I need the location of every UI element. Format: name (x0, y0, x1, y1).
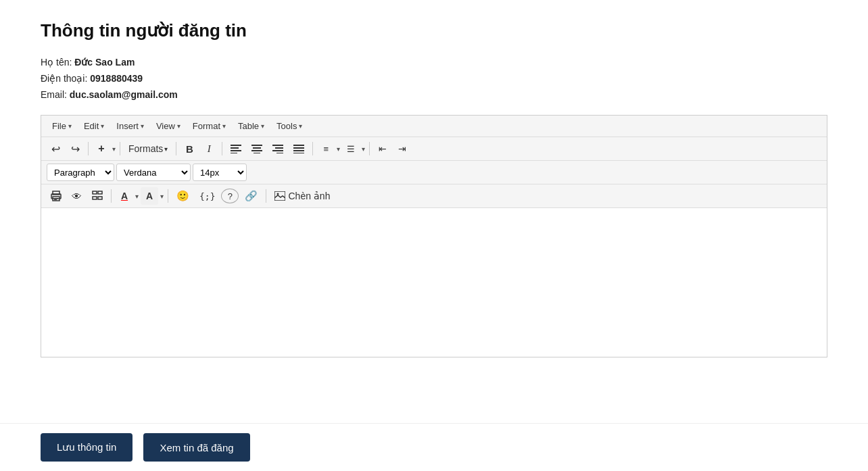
ordered-list-arrow-icon: ▾ (362, 145, 365, 153)
editor-container: File ▾ Edit ▾ Insert ▾ View ▾ Format ▾ (41, 115, 827, 357)
table-arrow-icon: ▾ (261, 122, 264, 130)
italic-button[interactable]: I (200, 140, 218, 157)
name-value: Đức Sao Lam (74, 57, 135, 68)
align-right-icon (272, 144, 283, 153)
align-center-icon (251, 144, 262, 153)
name-label: Họ tên: (41, 57, 72, 68)
unordered-list-button[interactable]: ≡ (317, 140, 335, 157)
menu-view[interactable]: View ▾ (151, 118, 186, 134)
svg-rect-22 (98, 191, 102, 194)
view-arrow-icon: ▾ (177, 122, 180, 130)
preview-button[interactable]: 👁 (68, 187, 86, 205)
print-button[interactable] (47, 187, 66, 205)
indent-button[interactable]: ⇥ (393, 140, 411, 157)
content-area: Thông tin người đăng tin Họ tên: Đức Sao… (0, 0, 868, 423)
toolbar-row-1: ↩ ↪ + ▾ Formats ▾ B I (41, 137, 827, 161)
font-select[interactable]: Verdana (116, 164, 191, 181)
menu-insert[interactable]: Insert ▾ (111, 118, 149, 134)
save-button[interactable]: Lưu thông tin (41, 433, 132, 462)
email-value: duc.saolam@gmail.com (70, 89, 178, 100)
align-center-button[interactable] (247, 140, 266, 157)
menu-bar: File ▾ Edit ▾ Insert ▾ View ▾ Format ▾ (41, 116, 827, 137)
user-phone-row: Điện thoại: 0918880439 (41, 71, 827, 87)
user-info-block: Họ tên: Đức Sao Lam Điện thoại: 09188804… (41, 55, 827, 103)
link-button[interactable]: 🔗 (241, 187, 262, 205)
user-email-row: Email: duc.saolam@gmail.com (41, 87, 827, 103)
highlight-color-arrow-icon: ▾ (160, 193, 164, 200)
ordered-list-button[interactable]: ☰ (342, 140, 360, 157)
align-justify-icon (293, 144, 304, 153)
toolbar-row-3: 👁 A ▾ A ▾ 🙂 {;} ? 🔗 (41, 184, 827, 208)
divider-5 (312, 142, 313, 155)
file-arrow-icon: ▾ (68, 122, 72, 130)
print-icon (51, 191, 62, 201)
bottom-bar: Lưu thông tin Xem tin đã đăng (0, 423, 868, 471)
svg-rect-20 (54, 199, 57, 200)
view-posted-button[interactable]: Xem tin đã đăng (143, 433, 249, 462)
tools-arrow-icon: ▾ (299, 122, 302, 130)
svg-rect-21 (93, 191, 97, 194)
emoji-button[interactable]: 🙂 (172, 187, 193, 205)
undo-button[interactable]: ↩ (47, 140, 64, 157)
outdent-button[interactable]: ⇤ (374, 140, 391, 157)
editor-content-area[interactable] (41, 208, 827, 357)
phone-label: Điện thoại: (41, 73, 87, 84)
paragraph-select[interactable]: Paragraph (47, 164, 114, 181)
menu-format[interactable]: Format ▾ (187, 118, 231, 134)
svg-rect-25 (274, 191, 285, 201)
insert-arrow-icon: ▾ (141, 122, 144, 130)
redo-button[interactable]: ↪ (66, 140, 84, 157)
menu-file[interactable]: File ▾ (47, 118, 77, 134)
bold-button[interactable]: B (180, 140, 198, 157)
page-title: Thông tin người đăng tin (41, 20, 827, 41)
svg-rect-19 (54, 198, 58, 199)
page-wrapper: Thông tin người đăng tin Họ tên: Đức Sao… (0, 0, 868, 471)
divider-2 (120, 142, 120, 155)
email-label: Email: (41, 89, 67, 100)
divider-7 (111, 189, 112, 203)
menu-tools[interactable]: Tools ▾ (271, 118, 308, 134)
divider-9 (266, 189, 266, 203)
align-justify-button[interactable] (289, 140, 308, 157)
user-name-row: Họ tên: Đức Sao Lam (41, 55, 827, 71)
menu-edit[interactable]: Edit ▾ (78, 118, 110, 134)
image-icon (274, 191, 285, 201)
toolbar-row-2: Paragraph Verdana 14px (41, 161, 827, 184)
align-left-button[interactable] (226, 140, 245, 157)
divider-3 (176, 142, 176, 155)
divider-4 (222, 142, 222, 155)
unordered-list-arrow-icon: ▾ (337, 145, 340, 153)
fullscreen-button[interactable] (88, 187, 107, 205)
help-button[interactable]: ? (221, 189, 239, 203)
add-arrow-icon: ▾ (112, 145, 116, 153)
svg-rect-23 (93, 197, 97, 199)
phone-value: 0918880439 (90, 73, 143, 84)
formats-arrow-icon: ▾ (164, 145, 168, 153)
align-left-icon (231, 144, 241, 153)
add-button[interactable]: + (93, 140, 110, 157)
svg-rect-24 (98, 197, 102, 199)
formats-button[interactable]: Formats ▾ (124, 140, 172, 157)
fullscreen-icon (92, 191, 103, 201)
divider-1 (88, 142, 89, 155)
highlight-color-button[interactable]: A (141, 187, 158, 205)
divider-6 (369, 142, 370, 155)
menu-table[interactable]: Table ▾ (233, 118, 270, 134)
edit-arrow-icon: ▾ (101, 122, 104, 130)
insert-image-label: Chèn ảnh (288, 191, 330, 201)
svg-point-26 (277, 193, 279, 195)
format-arrow-icon: ▾ (222, 122, 226, 130)
size-select[interactable]: 14px (193, 164, 247, 181)
divider-8 (168, 189, 168, 203)
code-button[interactable]: {;} (195, 187, 219, 205)
insert-image-button[interactable]: Chèn ảnh (270, 187, 334, 205)
align-right-button[interactable] (268, 140, 287, 157)
font-color-arrow-icon: ▾ (135, 193, 139, 200)
font-color-button[interactable]: A (116, 187, 133, 205)
